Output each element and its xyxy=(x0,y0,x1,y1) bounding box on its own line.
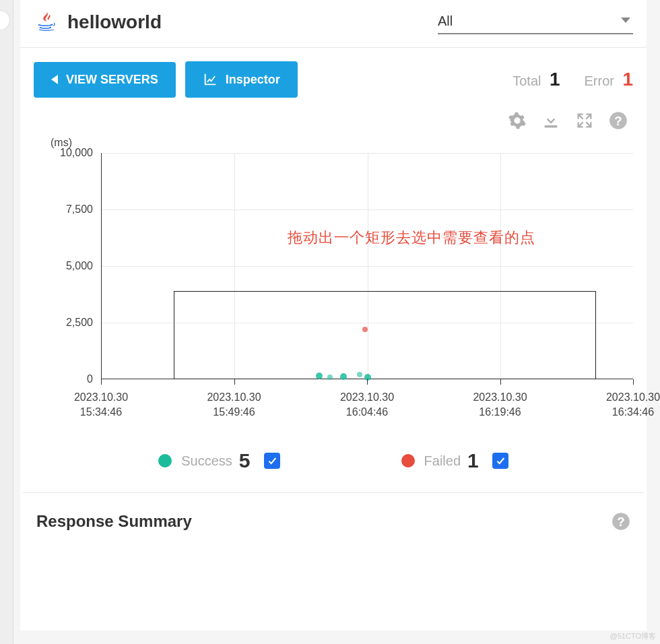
failed-value: 1 xyxy=(467,449,479,472)
data-point[interactable] xyxy=(357,372,362,377)
selection-rectangle[interactable] xyxy=(174,291,596,379)
chart-line-icon xyxy=(203,72,218,87)
inspector-button[interactable]: Inspector xyxy=(185,61,298,98)
total-stat: Total 1 xyxy=(513,69,560,90)
inspector-label: Inspector xyxy=(226,73,280,87)
y-tick: 2,500 xyxy=(66,317,93,329)
legend-failed: Failed 1 xyxy=(401,449,508,472)
sidebar-stub xyxy=(0,0,13,644)
page-title: helloworld xyxy=(67,11,162,33)
x-tick: 2023.10.3016:04:46 xyxy=(340,390,394,420)
failed-checkbox[interactable] xyxy=(492,453,508,469)
y-tick: 7,500 xyxy=(66,203,93,216)
view-servers-label: VIEW SERVERS xyxy=(66,73,158,87)
success-value: 5 xyxy=(239,449,251,472)
watermark: @51CTO博客 xyxy=(610,631,656,641)
java-icon xyxy=(34,9,59,35)
success-dot-icon xyxy=(158,454,172,468)
success-checkbox[interactable] xyxy=(264,453,280,469)
gear-icon[interactable] xyxy=(508,111,527,130)
error-value: 1 xyxy=(622,69,633,90)
x-tick: 2023.10.3015:34:46 xyxy=(74,390,128,420)
total-value: 1 xyxy=(550,69,560,90)
success-label: Success xyxy=(181,453,232,469)
response-summary-title: Response Summary xyxy=(36,512,192,531)
plot-area[interactable]: 拖动出一个矩形去选中需要查看的点 xyxy=(101,153,633,379)
response-summary-section: Response Summary ? xyxy=(20,493,647,550)
y-tick: 10,000 xyxy=(60,147,93,159)
y-tick: 5,000 xyxy=(66,260,93,272)
svg-text:?: ? xyxy=(614,114,622,128)
header: helloworld All xyxy=(20,0,647,48)
chart-area: 02,5005,0007,50010,000 拖动出一个矩形去选中需要查看的点 … xyxy=(34,153,633,395)
help-icon[interactable]: ? xyxy=(609,111,628,130)
chart[interactable]: (ms) 02,5005,0007,50010,000 拖动出一个矩形去选中需要… xyxy=(34,137,633,395)
filter-select-value: All xyxy=(438,13,453,28)
sidebar-toggle[interactable] xyxy=(0,10,10,30)
x-tick: 2023.10.3016:34:46 xyxy=(606,390,660,420)
help-icon[interactable]: ? xyxy=(612,512,630,531)
data-point[interactable] xyxy=(316,373,323,379)
x-axis: 2023.10.3015:34:462023.10.3015:49:462023… xyxy=(101,382,633,422)
stats: Total 1 Error 1 xyxy=(513,69,633,90)
chevron-down-icon xyxy=(621,18,630,23)
view-servers-button[interactable]: VIEW SERVERS xyxy=(34,62,176,98)
svg-text:?: ? xyxy=(617,515,624,529)
total-label: Total xyxy=(513,73,541,88)
chart-toolbar: ? xyxy=(20,104,647,130)
expand-icon[interactable] xyxy=(575,111,594,130)
failed-label: Failed xyxy=(424,453,461,469)
y-tick: 0 xyxy=(87,373,93,385)
toolbar: VIEW SERVERS Inspector Total 1 Error 1 xyxy=(20,48,647,104)
data-point[interactable] xyxy=(340,373,347,380)
data-point[interactable] xyxy=(362,327,368,332)
chevron-left-icon xyxy=(51,75,58,84)
x-tick: 2023.10.3015:49:46 xyxy=(207,390,261,420)
main-panel: helloworld All VIEW SERVERS Inspector To… xyxy=(20,0,647,631)
error-stat: Error 1 xyxy=(585,69,633,90)
error-label: Error xyxy=(585,73,614,88)
data-point[interactable] xyxy=(327,375,333,380)
annotation-text: 拖动出一个矩形去选中需要查看的点 xyxy=(288,228,535,248)
filter-select[interactable]: All xyxy=(438,11,633,34)
x-tick: 2023.10.3016:19:46 xyxy=(473,390,527,420)
download-icon[interactable] xyxy=(541,111,560,130)
y-axis: 02,5005,0007,50010,000 xyxy=(34,153,101,395)
failed-dot-icon xyxy=(401,454,415,468)
legend-success: Success 5 xyxy=(158,449,279,472)
